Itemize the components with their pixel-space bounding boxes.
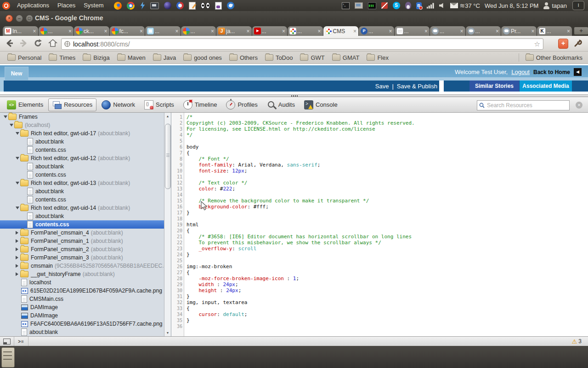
tab-close-icon[interactable]: × [353,28,356,34]
bookmark-gmat[interactable]: GMAT [332,54,360,61]
pidgin-icon[interactable] [405,2,411,9]
tree-item-rich-text-editor-gwt-uid-14[interactable]: Rich text editor, gwt-uid-14(about:blank… [0,204,171,212]
cms-new-tab[interactable]: New [5,67,28,80]
disclosure-closed-icon[interactable] [16,264,18,268]
scroll-down-icon[interactable]: ▼ [164,329,171,336]
tree-item-cmsmain-css[interactable]: CMSMain.css [0,295,171,303]
browser-tab-5[interactable]: ...× [181,26,216,36]
bookmark-maven[interactable]: Maven [117,54,146,61]
devtools-tab-profiles[interactable]: Profiles [222,98,261,111]
reload-icon[interactable] [33,38,43,48]
error-warning-counts[interactable]: ⚠ 3 [572,338,582,345]
extension-plus-button[interactable]: + [558,39,568,49]
volume-icon[interactable] [439,3,445,9]
tree-item-about-blank[interactable]: about:blank [0,187,171,196]
disclosure-closed-icon[interactable] [16,239,18,243]
devtools-tab-elements[interactable]: Elements [3,98,47,111]
firefox-icon[interactable] [114,2,122,10]
sysmon-icon[interactable] [368,2,376,9]
tab-close-icon[interactable]: × [33,28,36,34]
logout-link[interactable]: Logout [511,69,530,75]
disclosure-closed-icon[interactable] [16,231,18,235]
session-power-button[interactable]: ⏽ [572,1,584,10]
bookmark-flex[interactable]: Flex [367,54,389,61]
browser-tab-7[interactable]: ...× [252,26,288,36]
tree-item-rich-text-editor-gwt-uid-12[interactable]: Rich text editor, gwt-uid-12(about:blank… [0,154,171,162]
tree-item-localhost[interactable]: localhost [0,278,171,287]
tree-item-frames[interactable]: Frames [0,113,171,121]
tree-item-contents-css[interactable]: contents.css [0,171,171,179]
tab-close-icon[interactable]: × [317,28,321,34]
tab-close-icon[interactable]: × [104,28,107,34]
update-icon[interactable] [176,2,184,9]
browser-tab-12[interactable]: ...× [430,26,465,36]
lightning-icon[interactable] [140,2,145,10]
tab-close-icon[interactable]: × [389,28,392,34]
bookmark-biziga[interactable]: Biziga [83,54,109,61]
new-tab-button[interactable]: + [574,27,588,34]
associated-media-button[interactable]: Associated Media [520,80,572,92]
skype-icon[interactable] [393,2,400,9]
mail-icon[interactable] [450,3,458,8]
panel-menu-system[interactable]: System [79,0,107,11]
display-icon[interactable] [150,2,159,9]
tree-item-615e02d210ea1899e1d67b4f059a2f9a-cache-png[interactable]: 615E02D210EA1899E1D67B4F059A2F9A.cache.p… [0,287,171,295]
tree-item-about-blank[interactable]: about:blank [0,212,171,220]
wrench-menu-icon[interactable] [573,39,582,48]
eclipse-icon[interactable] [164,2,171,9]
disclosure-closed-icon[interactable] [16,247,18,251]
tab-close-icon[interactable]: × [424,28,428,34]
bookmark-times[interactable]: Times [49,54,75,61]
tab-close-icon[interactable]: × [211,28,214,34]
eyes-icon[interactable] [201,2,210,9]
tree-item-cmsmain[interactable]: cmsmain(9C356B845258705656A75B6B18AEEDEC… [0,262,171,270]
back-arrow-icon[interactable]: ◀ [574,68,582,76]
disclosure-open-icon[interactable] [16,182,19,184]
scrollbar-thumb[interactable] [165,124,171,189]
tab-close-icon[interactable]: × [246,28,249,34]
tree-item-formpanel-cmsmain-2[interactable]: FormPanel_cmsmain_2(about:blank) [0,245,171,253]
tree-item-damimage[interactable]: DAMImage [0,311,171,320]
bookmark-gwt[interactable]: GWT [300,54,324,61]
bluetooth-icon[interactable] [416,2,422,9]
browser-tab-2[interactable]: ck...× [74,26,109,36]
devtools-tab-timeline[interactable]: Timeline [179,98,221,111]
book-icon[interactable] [381,2,388,9]
browser-tab-8[interactable]: ...× [288,26,323,36]
other-bookmarks-button[interactable]: Other Bookmarks [519,53,582,62]
bookmark-star-icon[interactable]: ☆ [534,40,540,48]
similar-stories-button[interactable]: Similar Stories [469,80,519,92]
tree-item-contents-css[interactable]: contents.css [0,196,171,204]
tree-item--localhost-[interactable]: (localhost) [0,121,171,129]
disclosure-open-icon[interactable] [16,207,19,209]
libreoffice-icon[interactable] [215,2,222,10]
disclosure-closed-icon[interactable] [16,272,18,276]
panel-menu-places[interactable]: Places [53,0,79,11]
save-publish-button[interactable]: Save & Publish [397,83,437,90]
save-button[interactable]: Save [375,83,389,90]
browser-tab-10[interactable]: ...× [359,26,394,36]
notes-icon[interactable] [189,2,196,10]
weather-temp[interactable]: 37 °C [465,2,480,9]
browser-tab-14[interactable]: Pr...× [501,26,537,36]
tab-close-icon[interactable]: × [68,28,72,34]
tree-item-formpanel-cmsmain-4[interactable]: FormPanel_cmsmain_4(about:blank) [0,229,171,237]
browser-tab-4[interactable]: ...× [145,26,181,36]
signal-icon[interactable] [427,3,434,9]
tree-item-rich-text-editor-gwt-uid-13[interactable]: Rich text editor, gwt-uid-13(about:blank… [0,179,171,187]
home-icon[interactable] [48,38,58,48]
clock[interactable]: Wed Jun 8, 5:12 PM [485,2,539,9]
disclosure-open-icon[interactable] [4,115,7,118]
tree-item-about-blank[interactable]: about:blank [0,138,171,146]
devtools-tab-resources[interactable]: Resources [48,98,96,111]
devtools-close-icon[interactable]: × [576,102,582,109]
devtools-tab-console[interactable]: Console [300,98,342,111]
browser-tab-cms[interactable]: CMS× [323,26,359,36]
scroll-up-icon[interactable]: ▲ [164,113,171,120]
bookmark-java[interactable]: Java [153,54,176,61]
tab-close-icon[interactable]: × [460,28,463,34]
bookmark-personal[interactable]: Personal [7,54,41,61]
panel-menu-applications[interactable]: Applications [13,0,53,11]
bookmark-others[interactable]: Others [229,54,258,61]
terminal-icon[interactable] [342,2,350,9]
